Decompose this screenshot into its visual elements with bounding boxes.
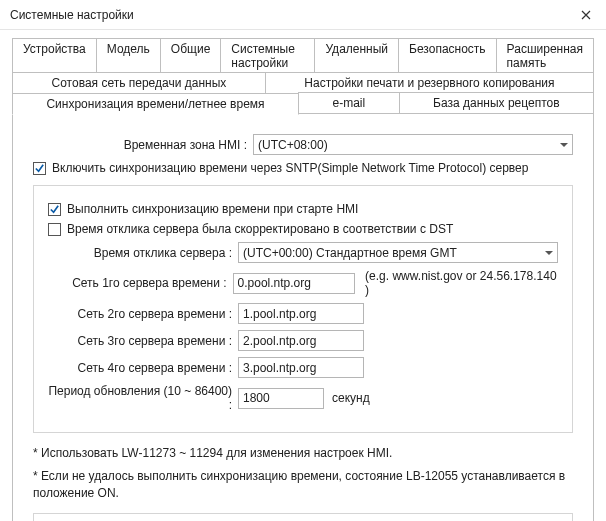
hint-ts: (e.g. www.nist.gov or 24.56.178.140 ): [365, 269, 558, 297]
note-lw-range: * Использовать LW-11273 ~ 11294 для изме…: [33, 445, 573, 462]
select-resp-time-value: (UTC+00:00) Стандартное время GMT: [243, 246, 457, 260]
input-ts1[interactable]: 0.pool.ntp.org: [233, 273, 356, 294]
tab-general[interactable]: Общие: [160, 38, 221, 73]
row-sync-on-start: Выполнить синхронизацию времени при стар…: [48, 202, 558, 216]
label-enable-sync: Включить синхронизацию времени через SNT…: [52, 161, 528, 175]
row-ts4: Сеть 4го сервера времени : 3.pool.ntp.or…: [48, 357, 558, 378]
titlebar: Системные настройки: [0, 0, 606, 30]
input-ts1-value: 0.pool.ntp.org: [238, 276, 311, 290]
label-dst-corrected: Время отклика сервера была скорректирова…: [67, 222, 453, 236]
tab-system-settings[interactable]: Системные настройки: [220, 38, 315, 73]
note-lb-state: * Если не удалось выполнить синхронизаци…: [33, 468, 573, 502]
label-ts2: Сеть 2го сервера времени :: [48, 307, 238, 321]
row-period: Период обновления (10 ~ 86400) : 1800 се…: [48, 384, 558, 412]
tab-panel: Временная зона HMI : (UTC+08:00) Включит…: [12, 113, 594, 521]
input-ts4[interactable]: 3.pool.ntp.org: [238, 357, 364, 378]
tab-model[interactable]: Модель: [96, 38, 161, 73]
row-ts1: Сеть 1го сервера времени : 0.pool.ntp.or…: [48, 269, 558, 297]
label-resp-time: Время отклика сервера :: [48, 246, 238, 260]
input-period-value: 1800: [243, 391, 270, 405]
tab-cellular[interactable]: Сотовая сеть передачи данных: [12, 72, 266, 93]
check-icon: [49, 204, 60, 215]
label-sync-on-start: Выполнить синхронизацию времени при стар…: [67, 202, 358, 216]
tabs-area: Устройства Модель Общие Системные настро…: [0, 30, 606, 521]
tab-extended-memory[interactable]: Расширенная память: [496, 38, 594, 73]
tab-recipe-db[interactable]: База данных рецептов: [399, 92, 594, 114]
label-ts1: Сеть 1го сервера времени :: [48, 276, 233, 290]
check-icon: [34, 163, 45, 174]
chevron-down-icon: [545, 251, 553, 255]
row-ts3: Сеть 3го сервера времени : 2.pool.ntp.or…: [48, 330, 558, 351]
checkbox-dst-corrected[interactable]: [48, 223, 61, 236]
group-sntp: Выполнить синхронизацию времени при стар…: [33, 185, 573, 433]
label-timezone: Временная зона HMI :: [33, 138, 253, 152]
tab-row-3: Синхронизация времени/летнее время e-mai…: [12, 92, 594, 114]
row-enable-sync: Включить синхронизацию времени через SNT…: [33, 161, 573, 175]
group-dst: Автоматически устанавливает летнее время…: [33, 513, 573, 521]
label-ts4: Сеть 4го сервера времени :: [48, 361, 238, 375]
input-period[interactable]: 1800: [238, 388, 324, 409]
window-title: Системные настройки: [10, 8, 134, 22]
select-timezone-value: (UTC+08:00): [258, 138, 328, 152]
tab-row-2: Сотовая сеть передачи данных Настройки п…: [12, 72, 594, 93]
tab-security[interactable]: Безопасность: [398, 38, 497, 73]
input-ts2-value: 1.pool.ntp.org: [243, 307, 316, 321]
select-resp-time[interactable]: (UTC+00:00) Стандартное время GMT: [238, 242, 558, 263]
input-ts4-value: 3.pool.ntp.org: [243, 361, 316, 375]
row-timezone: Временная зона HMI : (UTC+08:00): [33, 134, 573, 155]
close-button[interactable]: [566, 0, 606, 30]
checkbox-sync-on-start[interactable]: [48, 203, 61, 216]
row-resp-time: Время отклика сервера : (UTC+00:00) Стан…: [48, 242, 558, 263]
select-timezone[interactable]: (UTC+08:00): [253, 134, 573, 155]
input-ts3-value: 2.pool.ntp.org: [243, 334, 316, 348]
tab-row-1: Устройства Модель Общие Системные настро…: [12, 38, 594, 73]
chevron-down-icon: [560, 143, 568, 147]
tab-time-sync[interactable]: Синхронизация времени/летнее время: [12, 93, 299, 115]
tab-devices[interactable]: Устройства: [12, 38, 97, 73]
row-dst-corrected: Время отклика сервера была скорректирова…: [48, 222, 558, 236]
label-period-unit: секунд: [332, 391, 370, 405]
row-ts2: Сеть 2го сервера времени : 1.pool.ntp.or…: [48, 303, 558, 324]
input-ts2[interactable]: 1.pool.ntp.org: [238, 303, 364, 324]
tab-print-backup[interactable]: Настройки печати и резервного копировани…: [265, 72, 594, 93]
close-icon: [581, 10, 591, 20]
checkbox-enable-sync[interactable]: [33, 162, 46, 175]
tab-email[interactable]: e-mail: [298, 92, 400, 114]
label-period: Период обновления (10 ~ 86400) :: [48, 384, 238, 412]
input-ts3[interactable]: 2.pool.ntp.org: [238, 330, 364, 351]
tab-remote[interactable]: Удаленный: [314, 38, 399, 73]
label-ts3: Сеть 3го сервера времени :: [48, 334, 238, 348]
